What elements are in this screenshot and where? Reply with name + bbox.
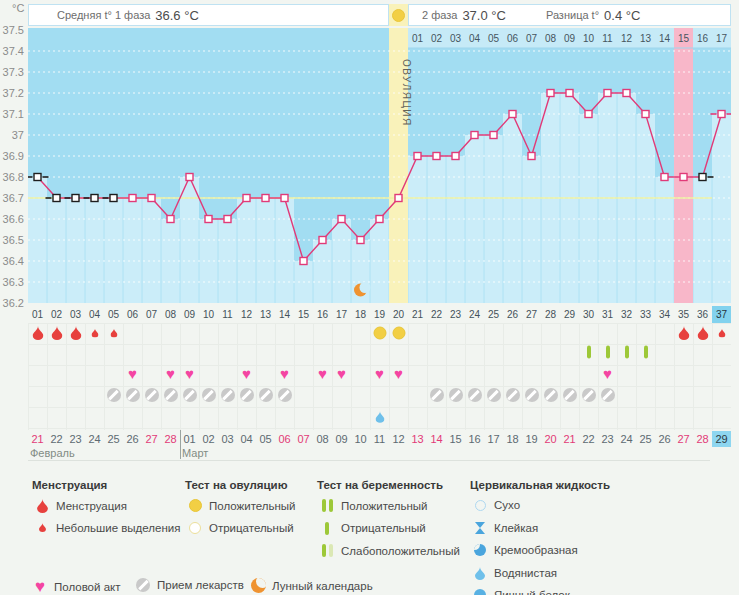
cycle-day-cell[interactable]: 31 [598, 306, 617, 323]
calendar-date-cell[interactable]: 24 [617, 431, 636, 447]
spotting-icon [91, 329, 98, 338]
calendar-date-cell[interactable]: 04 [237, 431, 256, 447]
calendar-date-cell[interactable]: 21 [28, 431, 47, 447]
circle-blue-solid [470, 589, 490, 595]
pill-gray [133, 578, 153, 592]
cycle-day-cell[interactable]: 09 [180, 306, 199, 323]
cycle-day-cell[interactable]: 28 [541, 306, 560, 323]
calendar-date-cell[interactable]: 03 [218, 431, 237, 447]
legend-item-label: Слабоположительный [341, 545, 460, 557]
cycle-day-cell[interactable]: 22 [427, 306, 446, 323]
cycle-day-cell[interactable]: 11 [218, 306, 237, 323]
cycle-day-cell[interactable]: 06 [123, 306, 142, 323]
legend-item: Слабоположительный [317, 544, 460, 557]
cycle-day-cell[interactable]: 14 [275, 306, 294, 323]
cycle-day-cell[interactable]: 07 [142, 306, 161, 323]
calendar-date-cell[interactable]: 14 [427, 431, 446, 447]
cycle-day-cell[interactable]: 20 [389, 306, 408, 323]
calendar-date-cell[interactable]: 29 [712, 431, 731, 447]
calendar-date-cell[interactable]: 19 [522, 431, 541, 447]
calendar-date-cell[interactable]: 17 [484, 431, 503, 447]
calendar-date-cell[interactable]: 23 [66, 431, 85, 447]
cycle-day-cell[interactable]: 12 [237, 306, 256, 323]
legend-item-label: Кремообразная [494, 544, 578, 556]
calendar-date-cell[interactable]: 27 [142, 431, 161, 447]
intercourse-icon: ♥ [185, 366, 194, 381]
calendar-date-cell[interactable]: 28 [693, 431, 712, 447]
cycle-day-cell[interactable]: 19 [370, 306, 389, 323]
cycle-day-cell[interactable]: 33 [636, 306, 655, 323]
cycle-day-cell[interactable]: 21 [408, 306, 427, 323]
cycle-day-cell[interactable]: 16 [313, 306, 332, 323]
cervical-watery-icon [375, 411, 384, 423]
cycle-day-cell[interactable]: 26 [503, 306, 522, 323]
cycle-day-cell[interactable]: 01 [28, 306, 47, 323]
cycle-day-cell[interactable]: 29 [560, 306, 579, 323]
cycle-day-cell[interactable]: 08 [161, 306, 180, 323]
medication-icon [164, 388, 178, 402]
calendar-date-cell[interactable]: 26 [123, 431, 142, 447]
calendar-date-cell[interactable]: 02 [199, 431, 218, 447]
circle-yellow-outline [185, 522, 205, 534]
cycle-day-cell[interactable]: 02 [47, 306, 66, 323]
calendar-date-cell[interactable]: 01 [180, 431, 199, 447]
cycle-day-cell[interactable]: 13 [256, 306, 275, 323]
calendar-date-cell[interactable]: 05 [256, 431, 275, 447]
cycle-day-cell[interactable]: 35 [674, 306, 693, 323]
calendar-date-cell[interactable]: 06 [275, 431, 294, 447]
svg-text:09: 09 [564, 33, 576, 44]
calendar-date-cell[interactable]: 15 [446, 431, 465, 447]
cycle-day-cell[interactable]: 30 [579, 306, 598, 323]
cycle-day-cell[interactable]: 36 [693, 306, 712, 323]
calendar-date-cell[interactable]: 07 [294, 431, 313, 447]
calendar-date-cell[interactable]: 09 [332, 431, 351, 447]
calendar-date-cell[interactable]: 21 [560, 431, 579, 447]
medication-icon [278, 388, 292, 402]
cycle-day-cell[interactable]: 23 [446, 306, 465, 323]
calendar-date-cell[interactable]: 22 [579, 431, 598, 447]
calendar-date-cell[interactable]: 11 [370, 431, 389, 447]
cycle-day-cell[interactable]: 10 [199, 306, 218, 323]
calendar-date-cell[interactable]: 10 [351, 431, 370, 447]
y-axis-tick: 36.9 [0, 150, 24, 162]
calendar-date-cell[interactable]: 25 [636, 431, 655, 447]
calendar-date-cell[interactable]: 13 [408, 431, 427, 447]
month-separator [180, 430, 181, 459]
cycle-day-cell[interactable]: 32 [617, 306, 636, 323]
legend-item: Прием лекарств [133, 578, 244, 592]
calendar-date-cell[interactable]: 16 [465, 431, 484, 447]
pregnancy-test-negative-icon [644, 346, 648, 359]
cycle-day-cell[interactable]: 03 [66, 306, 85, 323]
svg-text:04: 04 [469, 33, 481, 44]
cycle-day-cell[interactable]: 25 [484, 306, 503, 323]
calendar-date-cell[interactable]: 28 [161, 431, 180, 447]
cycle-day-cell[interactable]: 15 [294, 306, 313, 323]
y-axis-tick: 37.5 [0, 24, 24, 36]
calendar-date-cell[interactable]: 26 [655, 431, 674, 447]
crescent-blue [470, 544, 490, 556]
medication-icon [563, 388, 577, 402]
medication-icon [506, 388, 520, 402]
calendar-date-cell[interactable]: 18 [503, 431, 522, 447]
cycle-day-cell[interactable]: 04 [85, 306, 104, 323]
legend-item-label: Сухо [494, 499, 520, 511]
cycle-day-cell[interactable]: 34 [655, 306, 674, 323]
calendar-date-cell[interactable]: 08 [313, 431, 332, 447]
calendar-date-cell[interactable]: 12 [389, 431, 408, 447]
cycle-day-cell[interactable]: 24 [465, 306, 484, 323]
menstruation-icon [678, 326, 689, 340]
calendar-date-cell[interactable]: 27 [674, 431, 693, 447]
legend-section-title: Тест на беременность [317, 479, 443, 491]
cycle-day-cell[interactable]: 17 [332, 306, 351, 323]
calendar-date-cell[interactable]: 25 [104, 431, 123, 447]
svg-text:12: 12 [621, 33, 633, 44]
calendar-date-cell[interactable]: 22 [47, 431, 66, 447]
calendar-date-cell[interactable]: 20 [541, 431, 560, 447]
cycle-day-cell[interactable]: 05 [104, 306, 123, 323]
cycle-day-cell[interactable]: 37 [712, 306, 731, 323]
calendar-date-cell[interactable]: 24 [85, 431, 104, 447]
calendar-date-cell[interactable]: 23 [598, 431, 617, 447]
cycle-day-cell[interactable]: 27 [522, 306, 541, 323]
legend-item: Положительный [185, 499, 296, 512]
cycle-day-cell[interactable]: 18 [351, 306, 370, 323]
